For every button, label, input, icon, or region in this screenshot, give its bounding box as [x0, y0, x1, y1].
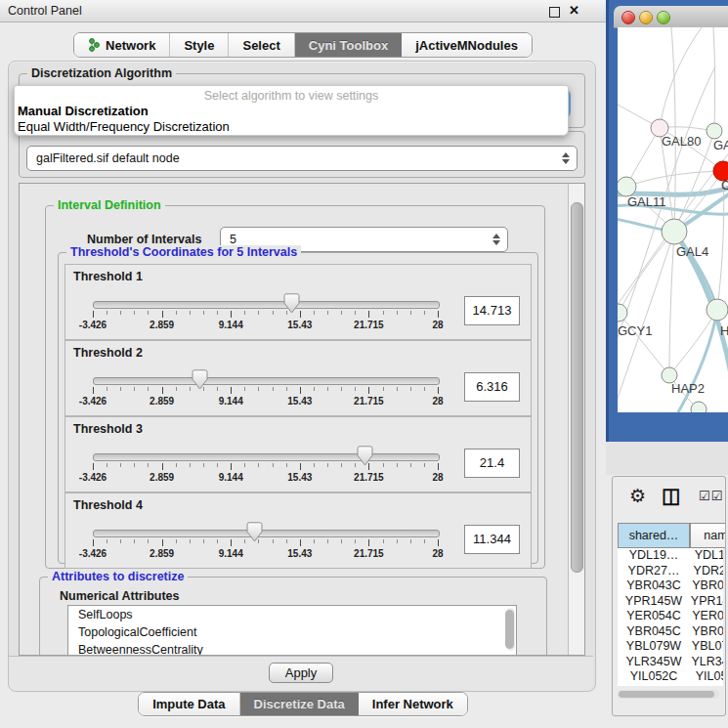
threshold-value-field[interactable]: 14.713	[464, 296, 520, 325]
slider-tick-label: 2.859	[135, 548, 190, 559]
tab-network[interactable]: Network	[74, 33, 169, 57]
close-icon[interactable]: ✕	[569, 3, 579, 18]
threshold-value-field[interactable]: 21.4	[464, 449, 520, 478]
network-view-canvas[interactable]: GAL80GACGAL11GAL4GCY1HHAP2	[618, 27, 728, 412]
minimize-traffic-light[interactable]	[639, 11, 653, 24]
table-row[interactable]: YPR145WYPR145W	[618, 594, 723, 610]
tab-infer-network[interactable]: Infer Network	[359, 693, 467, 715]
algorithm-option-equal-width-frequency-discretization[interactable]: Equal Width/Frequency Discretization	[15, 119, 568, 135]
slider-tick	[217, 387, 218, 391]
table-data-combo[interactable]: galFiltered.sif default node	[26, 146, 578, 171]
tab-impute-data[interactable]: Impute Data	[139, 693, 238, 715]
slider-tick	[134, 387, 135, 391]
slider-tick	[134, 463, 135, 467]
slider-tick	[203, 539, 204, 543]
apply-button[interactable]: Apply	[269, 663, 334, 683]
table-cell: YLR345W	[690, 655, 723, 670]
slider-handle[interactable]	[192, 369, 208, 390]
slider-tick	[438, 387, 439, 394]
network-node-node-top-right[interactable]	[707, 123, 722, 139]
gear-icon[interactable]: ⚙	[629, 485, 646, 507]
slider-tick	[300, 387, 301, 394]
slider-tick	[397, 539, 398, 543]
network-node-gal11[interactable]	[618, 177, 636, 196]
panel-footer: Apply	[9, 656, 593, 691]
algorithm-option-manual-discretization[interactable]: Manual Discretization	[15, 104, 568, 119]
column-header-name[interactable]: name	[690, 523, 726, 548]
slider-tick	[397, 463, 398, 467]
slider-handle[interactable]	[283, 293, 300, 314]
table-row[interactable]: YBR045CYBR045C	[618, 624, 723, 640]
tab-discretize-data[interactable]: Discretize Data	[239, 693, 359, 715]
slider-tick	[231, 463, 232, 470]
slider-tick	[162, 387, 163, 394]
slider-handle[interactable]	[246, 522, 263, 542]
horizontal-scrollbar[interactable]	[618, 690, 719, 699]
threshold-value-field[interactable]: 6.316	[464, 372, 520, 402]
vertical-scrollbar-thumb[interactable]	[571, 202, 583, 573]
slider-tick	[176, 463, 177, 467]
slider-tick	[120, 463, 121, 467]
threshold-row-1: Threshold 1-3.4262.8599.14415.4321.71528…	[64, 264, 532, 340]
slider-tick-label: -3.426	[65, 320, 120, 330]
interval-definition-title: Interval Definition	[54, 198, 165, 212]
table-row[interactable]: YIL052CYIL052C	[618, 669, 723, 685]
tab-label: Network	[106, 38, 155, 53]
table-row[interactable]: YBR043CYBR043C	[618, 578, 723, 594]
tab-style[interactable]: Style	[169, 33, 228, 57]
table-row[interactable]: YDR27…YDR27…	[618, 564, 723, 579]
slider-track[interactable]	[93, 377, 440, 385]
column-header-shared-[interactable]: shared…	[618, 523, 690, 548]
table-row[interactable]: YBL079WYBL079W	[618, 639, 723, 655]
horizontal-scrollbar-thumb[interactable]	[619, 691, 714, 698]
slider-tick	[231, 387, 232, 394]
slider-tick-label: 28	[410, 320, 465, 330]
attribute-item-selfloops[interactable]: SelfLoops	[68, 606, 516, 623]
slider-tick-label: 28	[410, 548, 465, 559]
table-row[interactable]: YER054CYER054C	[618, 609, 723, 624]
network-graph[interactable]: GAL80GACGAL11GAL4GCY1HHAP2	[618, 27, 728, 412]
slider-tick-label: -3.426	[65, 548, 120, 559]
threshold-value-field[interactable]: 11.344	[464, 525, 520, 554]
combo-arrows-icon	[559, 152, 573, 164]
algorithm-dropdown-popup: Select algorithm to view settings Manual…	[14, 85, 569, 136]
slider-tick	[190, 463, 191, 467]
attribute-item-topologicalcoefficient[interactable]: TopologicalCoefficient	[68, 623, 516, 641]
tab-cyni-toolbox[interactable]: Cyni Toolbox	[294, 33, 402, 57]
zoom-traffic-light[interactable]	[657, 11, 670, 24]
close-traffic-light[interactable]	[621, 11, 635, 24]
slider-track[interactable]	[93, 301, 440, 309]
network-node-gal4[interactable]	[662, 219, 687, 244]
numerical-attributes-list[interactable]: SelfLoopsTopologicalCoefficientBetweenne…	[67, 605, 517, 656]
split-panel-icon[interactable]: ◫	[662, 484, 681, 507]
slider-tick	[410, 539, 411, 543]
network-node-node-right-mid[interactable]	[707, 299, 728, 321]
threshold-label: Threshold 3	[73, 422, 143, 436]
slider-tick	[231, 311, 232, 318]
select-columns-icon[interactable]: ☑☑	[699, 489, 723, 503]
network-node-gcy1[interactable]	[618, 304, 627, 321]
slider-tick	[383, 311, 384, 315]
table-row[interactable]: YDL19…YDL19…	[618, 548, 723, 564]
network-node-node-bottom[interactable]	[691, 402, 707, 412]
vertical-scrollbar[interactable]	[568, 184, 584, 655]
list-scrollbar[interactable]	[506, 608, 515, 651]
table-row[interactable]: YLR345WYLR345W	[618, 655, 723, 670]
slider-tick	[176, 387, 177, 391]
slider-tick-label: 9.144	[203, 472, 258, 483]
slider-tick-label: 21.715	[341, 396, 396, 407]
tab-select[interactable]: Select	[228, 33, 293, 57]
slider-handle[interactable]	[357, 446, 373, 466]
slider-tick	[93, 311, 94, 318]
tab-label: Impute Data	[152, 697, 225, 711]
slider-tick	[286, 387, 287, 391]
slider-track[interactable]	[93, 530, 440, 537]
tab-jactivemnodules[interactable]: jActiveMNodules	[402, 33, 532, 57]
slider-tick	[244, 387, 245, 391]
slider-tick	[273, 463, 274, 467]
attribute-item-betweennesscentrality[interactable]: BetweennessCentrality	[68, 641, 516, 656]
float-window-icon[interactable]	[549, 7, 560, 18]
network-window-titlebar[interactable]	[614, 6, 728, 28]
slider-tick	[314, 463, 315, 467]
slider-track[interactable]	[93, 453, 440, 461]
